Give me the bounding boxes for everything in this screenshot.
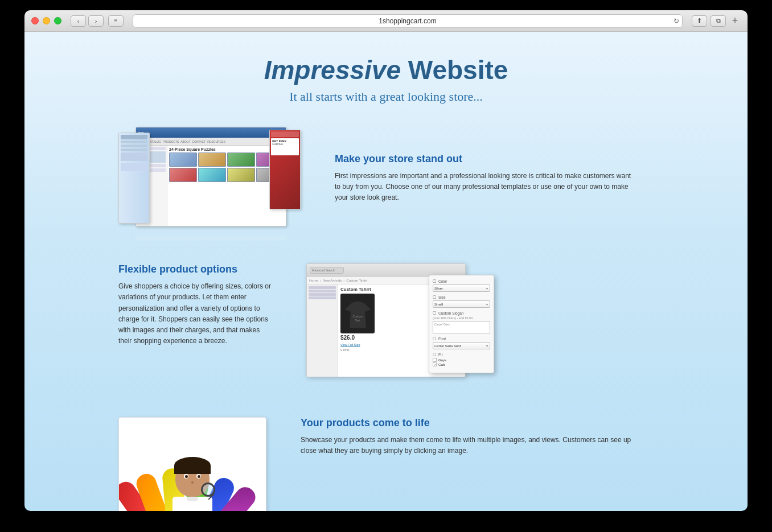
svg-text:Text: Text xyxy=(355,319,360,322)
page-subtitle: It all starts with a great looking store… xyxy=(24,89,748,104)
font-label: Font xyxy=(433,336,490,341)
product-options-mockup: Advanced Search Home › New Arrivals › Cu… xyxy=(306,263,494,389)
titlebar: ‹ › ≡ ↻ ⬆ ⧉ + xyxy=(24,10,748,32)
section1-title: Make your store stand out xyxy=(335,153,637,165)
page-content: Impressive Website It all starts with a … xyxy=(24,32,748,511)
nav-new-arrivals: New Arrivals xyxy=(323,279,342,282)
section-flexible-options: Flexible product options Give shoppers a… xyxy=(118,263,654,389)
color-select[interactable]: Silver ▼ xyxy=(433,284,490,292)
person-illustration xyxy=(130,420,255,511)
size-select[interactable]: Small ▼ xyxy=(433,300,490,308)
browser-window: ‹ › ≡ ↻ ⬆ ⧉ + Impressive Website It all … xyxy=(24,10,748,511)
window-inner: Impressive Website It all starts with a … xyxy=(24,32,748,511)
font-option: Font Comic Sans Serif ▼ xyxy=(433,336,490,349)
product-photo-box xyxy=(118,417,266,511)
screen-reflection xyxy=(135,232,286,241)
font-select[interactable]: Comic Sans Serif ▼ xyxy=(433,342,490,349)
close-button[interactable] xyxy=(31,17,39,24)
section3-title: Your products come to life xyxy=(301,417,637,429)
screen-right-panel: GET FREE SHIPPING xyxy=(269,130,301,209)
size-option: Size Small ▼ xyxy=(433,295,490,308)
product-price: $26.0 xyxy=(340,335,375,341)
fit-guys-checkbox[interactable] xyxy=(433,358,437,362)
share-button[interactable]: ⬆ xyxy=(692,15,707,27)
forward-button[interactable]: › xyxy=(88,15,104,27)
content-area: per... HOMECATALOGPRODUCTSABOUTCONTACTRE… xyxy=(107,121,665,511)
fit-label: Fit xyxy=(433,352,490,357)
minimize-button[interactable] xyxy=(43,17,50,24)
fit-guys-label: Guys xyxy=(438,358,446,362)
title-normal: Website xyxy=(401,55,508,85)
toolbar-actions: ⬆ ⧉ + xyxy=(692,15,741,27)
page-header: Impressive Website It all starts with a … xyxy=(24,49,748,121)
fit-gals-row: Gals xyxy=(433,362,490,366)
nav-custom: Custom Tshirt xyxy=(346,279,367,282)
mockup-screens: per... HOMECATALOGPRODUCTSABOUTCONTACTRE… xyxy=(118,121,301,226)
screen-main: per... HOMECATALOGPRODUCTSABOUTCONTACTRE… xyxy=(135,127,286,226)
fit-gals-checkbox[interactable] xyxy=(433,362,437,366)
reload-button[interactable]: ↻ xyxy=(674,17,679,25)
section3-text: Your products come to life Showcase your… xyxy=(284,417,654,456)
section1-body: First impressions are important and a pr… xyxy=(335,171,637,204)
section-store-standout: per... HOMECATALOGPRODUCTSABOUTCONTACTRE… xyxy=(118,121,654,235)
product-browser-left xyxy=(307,284,338,377)
fit-guys-row: Guys xyxy=(433,358,490,362)
section-products-to-life: Your products come to life Showcase your… xyxy=(118,417,654,511)
nav-buttons: ‹ › xyxy=(71,15,104,27)
screen-left-panel xyxy=(118,133,150,224)
section3-body: Showcase your products and make them com… xyxy=(301,435,637,456)
section1-text: Make your store stand out First impressi… xyxy=(318,153,654,204)
person-shirt xyxy=(173,497,212,511)
url-input[interactable] xyxy=(133,14,683,28)
section2-title: Flexible product options xyxy=(118,263,272,275)
zoom-level: v 15% xyxy=(340,348,375,352)
website-mockup-image: per... HOMECATALOGPRODUCTSABOUTCONTACTRE… xyxy=(118,121,301,235)
fit-option: Fit Guys Gals xyxy=(433,352,490,366)
size-label: Size xyxy=(433,295,490,299)
nav-home: Home xyxy=(309,279,318,282)
traffic-lights xyxy=(31,17,61,24)
page-title: Impressive Website xyxy=(24,55,748,86)
address-bar: ↻ xyxy=(133,14,683,28)
slogan-input[interactable]: Carpe' Diem xyxy=(433,321,490,333)
maximize-button[interactable] xyxy=(54,17,61,24)
person-body xyxy=(173,460,212,511)
tabs-button[interactable]: ⧉ xyxy=(711,15,726,27)
color-label: Color xyxy=(433,279,490,283)
tshirt-image: Custom Text xyxy=(340,294,375,333)
color-option: Color Silver ▼ xyxy=(433,279,490,292)
title-italic: Impressive xyxy=(264,55,401,85)
slogan-label: Custom Slogan xyxy=(433,311,490,315)
slogan-option: Custom Slogan (max 160 Chars) - add $5.0… xyxy=(433,311,490,333)
back-button[interactable]: ‹ xyxy=(71,15,86,27)
view-full-size[interactable]: View Full Size xyxy=(340,343,375,347)
slogan-hint: (max 160 Chars) - add $5.00 xyxy=(433,316,490,320)
section2-text: Flexible product options Give shoppers a… xyxy=(118,263,289,347)
section2-inner: Flexible product options Give shoppers a… xyxy=(118,263,654,389)
new-tab-button[interactable]: + xyxy=(729,15,741,27)
fit-gals-label: Gals xyxy=(438,363,445,366)
section2-body: Give shoppers a choice by offering sizes… xyxy=(118,281,272,347)
reader-button[interactable]: ≡ xyxy=(108,15,124,27)
options-panel: Color Silver ▼ Size Small xyxy=(429,275,494,373)
svg-text:Custom: Custom xyxy=(352,315,362,318)
